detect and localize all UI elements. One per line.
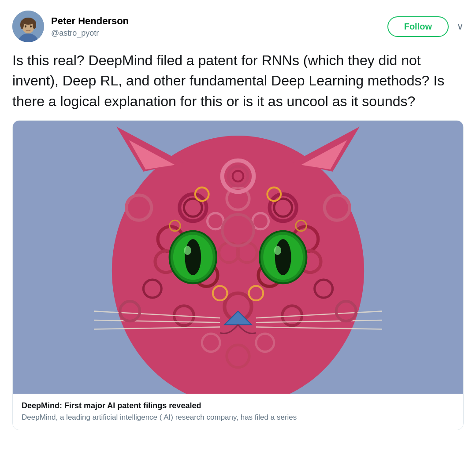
- tweet-header: Peter Henderson @astro_pyotr Follow ∨: [12, 11, 464, 42]
- media-image: [13, 121, 463, 394]
- tweet-text: Is this real? DeepMind filed a patent fo…: [12, 50, 464, 111]
- avatar[interactable]: [12, 11, 44, 42]
- username: @astro_pyotr: [51, 29, 129, 38]
- svg-point-8: [30, 26, 32, 28]
- tweet-media[interactable]: DeepMind: First major AI patent filings …: [12, 120, 464, 430]
- svg-point-47: [275, 239, 291, 275]
- svg-point-7: [25, 26, 26, 28]
- svg-point-6: [33, 20, 36, 29]
- svg-point-48: [184, 246, 191, 255]
- media-caption-title: DeepMind: First major AI patent filings …: [22, 401, 454, 410]
- chevron-down-icon[interactable]: ∨: [457, 21, 464, 32]
- tweet-header-left: Peter Henderson @astro_pyotr: [12, 11, 129, 42]
- media-caption-desc: DeepMind, a leading artificial intellige…: [22, 413, 454, 422]
- svg-point-4: [22, 18, 34, 25]
- user-info: Peter Henderson @astro_pyotr: [51, 15, 129, 38]
- follow-button[interactable]: Follow: [387, 16, 449, 37]
- svg-point-10: [112, 136, 364, 394]
- media-caption[interactable]: DeepMind: First major AI patent filings …: [13, 394, 463, 430]
- tweet-card: Peter Henderson @astro_pyotr Follow ∨ Is…: [0, 0, 476, 439]
- display-name: Peter Henderson: [51, 15, 129, 28]
- header-right: Follow ∨: [387, 16, 464, 37]
- svg-point-46: [185, 239, 201, 275]
- svg-point-49: [274, 246, 281, 255]
- svg-point-5: [20, 20, 24, 29]
